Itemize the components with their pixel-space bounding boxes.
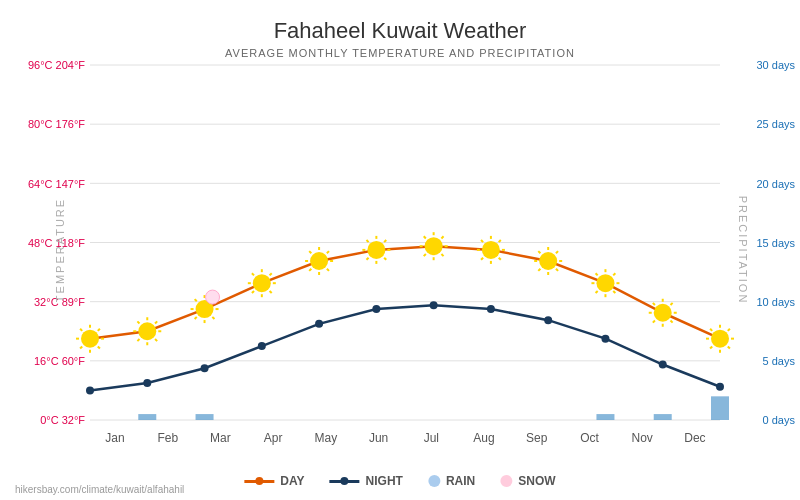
y-label-left: 64°C 147°F [5, 178, 85, 190]
svg-line-35 [155, 339, 157, 341]
svg-line-95 [499, 240, 501, 242]
legend-rain-label: RAIN [446, 474, 475, 488]
svg-point-24 [81, 330, 99, 348]
svg-line-77 [384, 240, 386, 242]
svg-line-66 [309, 251, 311, 253]
legend-rain: RAIN [428, 474, 475, 488]
svg-point-69 [367, 241, 385, 259]
y-label-left: 48°C 118°F [5, 237, 85, 249]
svg-line-120 [653, 303, 655, 305]
svg-point-96 [539, 252, 557, 270]
y-label-right: 5 days [763, 355, 795, 367]
y-label-right: 30 days [756, 59, 795, 71]
svg-line-46 [195, 317, 197, 319]
legend-snow: SNOW [500, 474, 555, 488]
svg-line-62 [327, 269, 329, 271]
legend-night-label: NIGHT [366, 474, 403, 488]
svg-line-89 [499, 258, 501, 260]
x-label-oct: Oct [564, 431, 614, 445]
y-label-right: 25 days [756, 118, 795, 130]
svg-line-73 [366, 258, 368, 260]
x-label-jul: Jul [406, 431, 456, 445]
svg-point-78 [425, 237, 443, 255]
footer-url: hikersbay.com/climate/kuwait/alfahahil [15, 484, 184, 495]
svg-line-53 [270, 291, 272, 293]
legend-snow-label: SNOW [518, 474, 555, 488]
x-axis: JanFebMarAprMayJunJulAugSepOctNovDec [90, 431, 720, 445]
svg-rect-7 [138, 414, 156, 420]
y-label-left: 32°C 89°F [5, 296, 85, 308]
y-label-left: 96°C 204°F [5, 59, 85, 71]
y-label-left: 80°C 176°F [5, 118, 85, 130]
svg-line-59 [270, 273, 272, 275]
legend-rain-dot [428, 475, 440, 487]
legend-day: DAY [244, 474, 304, 488]
x-label-feb: Feb [143, 431, 193, 445]
svg-point-19 [487, 305, 495, 313]
y-label-right: 0 days [763, 414, 795, 426]
legend-night-line [330, 480, 360, 483]
svg-line-129 [710, 329, 712, 331]
svg-line-75 [366, 240, 368, 242]
chart-title: Fahaheel Kuwait Weather [0, 0, 800, 44]
svg-line-44 [212, 317, 214, 319]
svg-line-116 [671, 321, 673, 323]
svg-point-33 [138, 322, 156, 340]
y-label-right: 20 days [756, 178, 795, 190]
x-label-may: May [301, 431, 351, 445]
legend-night: NIGHT [330, 474, 403, 488]
svg-point-105 [596, 274, 614, 292]
legend-day-label: DAY [280, 474, 304, 488]
svg-line-82 [424, 254, 426, 256]
chart-container: Fahaheel Kuwait Weather AVERAGE MONTHLY … [0, 0, 800, 500]
svg-point-114 [654, 304, 672, 322]
svg-point-18 [430, 301, 438, 309]
svg-line-80 [441, 254, 443, 256]
svg-point-87 [482, 241, 500, 259]
legend-snow-dot [500, 475, 512, 487]
svg-point-14 [201, 364, 209, 372]
y-label-left: 0°C 32°F [5, 414, 85, 426]
svg-rect-10 [654, 414, 672, 420]
svg-point-16 [315, 320, 323, 328]
svg-rect-8 [196, 414, 214, 420]
x-label-apr: Apr [248, 431, 298, 445]
svg-line-107 [613, 291, 615, 293]
chart-subtitle: AVERAGE MONTHLY TEMPERATURE AND PRECIPIT… [0, 47, 800, 59]
svg-rect-9 [596, 414, 614, 420]
svg-point-51 [253, 274, 271, 292]
svg-point-15 [258, 342, 266, 350]
svg-point-21 [601, 335, 609, 343]
y-label-right: 15 days [756, 237, 795, 249]
svg-point-23 [716, 383, 724, 391]
svg-point-12 [86, 386, 94, 394]
svg-line-91 [481, 258, 483, 260]
svg-line-100 [538, 269, 540, 271]
svg-line-118 [653, 321, 655, 323]
svg-line-26 [98, 346, 100, 348]
svg-line-93 [481, 240, 483, 242]
svg-line-86 [441, 236, 443, 238]
y-axis-right: 30 days25 days20 days15 days10 days5 day… [720, 65, 800, 420]
svg-line-98 [556, 269, 558, 271]
svg-line-122 [671, 303, 673, 305]
legend-day-line [244, 480, 274, 483]
precipitation-axis-label: PRECIPITATION [738, 196, 750, 305]
svg-line-48 [195, 299, 197, 301]
svg-line-84 [424, 236, 426, 238]
x-label-jun: Jun [354, 431, 404, 445]
x-label-mar: Mar [195, 431, 245, 445]
svg-line-37 [137, 339, 139, 341]
svg-point-20 [544, 316, 552, 324]
svg-line-109 [596, 291, 598, 293]
svg-line-71 [384, 258, 386, 260]
y-label-right: 10 days [756, 296, 795, 308]
x-label-nov: Nov [617, 431, 667, 445]
x-label-dec: Dec [670, 431, 720, 445]
svg-line-104 [556, 251, 558, 253]
svg-point-22 [659, 361, 667, 369]
temperature-axis-label: TEMPERATURE [54, 198, 66, 302]
chart-area [90, 65, 720, 420]
svg-line-55 [252, 291, 254, 293]
svg-line-39 [137, 321, 139, 323]
